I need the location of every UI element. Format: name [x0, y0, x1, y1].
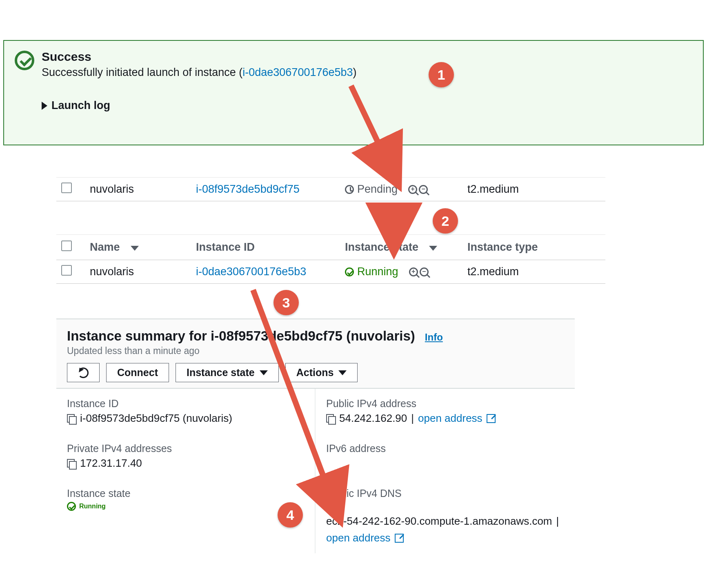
- instance-state-running: Running + −: [345, 265, 458, 278]
- instance-name: nuvolaris: [90, 265, 134, 278]
- open-address-link[interactable]: open address: [418, 412, 482, 425]
- annotation-callout-2: 2: [433, 208, 458, 234]
- field-value-instance-id: i-08f9573de5bd9cf75 (nuvolaris): [80, 412, 232, 425]
- instance-row-pending: nuvolaris i-08f9573de5bd9cf75 Pending + …: [56, 177, 605, 201]
- zoom-in-icon[interactable]: +: [408, 185, 417, 194]
- success-title: Success: [42, 50, 357, 64]
- zoom-out-icon[interactable]: −: [419, 185, 428, 194]
- summary-title: Instance summary for i-08f9573de5bd9cf75…: [67, 328, 415, 344]
- open-address-link[interactable]: open address: [326, 532, 391, 544]
- row-checkbox[interactable]: [61, 265, 72, 276]
- table-header-row: Name Instance ID Instance state Instance…: [56, 235, 605, 260]
- instance-id-link[interactable]: i-08f9573de5bd9cf75: [196, 183, 300, 195]
- sort-icon[interactable]: [131, 246, 139, 251]
- connect-button[interactable]: Connect: [106, 363, 169, 382]
- annotation-callout-4: 4: [278, 502, 303, 528]
- success-message: Successfully initiated launch of instanc…: [42, 66, 357, 79]
- annotation-callout-1: 1: [429, 62, 454, 87]
- instance-id-link[interactable]: i-0dae306700176e5b3: [196, 265, 306, 278]
- launch-log-label: Launch log: [51, 99, 110, 112]
- field-label-public-dns: Public IPv4 DNS: [326, 488, 564, 499]
- instance-name: nuvolaris: [90, 183, 134, 195]
- field-label-instance-state: Instance state: [67, 488, 304, 499]
- refresh-icon: [78, 368, 89, 378]
- copy-icon[interactable]: [67, 414, 76, 423]
- instance-state-button[interactable]: Instance state: [176, 363, 279, 382]
- field-value-instance-state: Running: [79, 503, 106, 510]
- annotation-callout-3: 3: [273, 290, 299, 315]
- launch-log-toggle[interactable]: Launch log: [42, 99, 692, 112]
- check-circle-icon: [345, 267, 354, 276]
- refresh-button[interactable]: [67, 363, 100, 382]
- actions-label: Actions: [296, 367, 334, 379]
- success-banner: Success Successfully initiated launch of…: [3, 40, 704, 145]
- field-label-private-ipv4: Private IPv4 addresses: [67, 443, 304, 454]
- field-label-public-ipv4: Public IPv4 address: [326, 398, 564, 410]
- instance-type: t2.medium: [467, 183, 519, 195]
- success-msg-prefix: Successfully initiated launch of instanc…: [42, 66, 242, 78]
- caret-down-icon: [260, 370, 268, 375]
- instance-state-pending: Pending + −: [345, 183, 458, 196]
- table-row[interactable]: nuvolaris i-08f9573de5bd9cf75 Pending + …: [56, 178, 605, 201]
- success-msg-suffix: ): [353, 66, 357, 78]
- instance-type: t2.medium: [467, 265, 519, 278]
- col-header-type[interactable]: Instance type: [467, 241, 538, 253]
- actions-button[interactable]: Actions: [285, 363, 358, 382]
- check-circle-icon: [67, 502, 76, 511]
- state-label: Pending: [357, 183, 398, 196]
- caret-down-icon: [338, 370, 347, 375]
- state-label: Running: [357, 265, 398, 278]
- table-row[interactable]: nuvolaris i-0dae306700176e5b3 Running + …: [56, 260, 605, 284]
- field-label-instance-id: Instance ID: [67, 398, 304, 410]
- launched-instance-link[interactable]: i-0dae306700176e5b3: [242, 66, 353, 78]
- external-link-icon[interactable]: [487, 414, 496, 423]
- expand-icon: [42, 102, 47, 110]
- row-checkbox[interactable]: [61, 183, 72, 193]
- zoom-out-icon[interactable]: −: [420, 267, 429, 276]
- field-value-private-ipv4: 172.31.17.40: [80, 457, 142, 470]
- external-link-icon[interactable]: [395, 534, 404, 543]
- col-header-state[interactable]: Instance state: [345, 241, 418, 253]
- sort-icon[interactable]: [429, 246, 437, 251]
- field-label-ipv6: IPv6 address: [326, 443, 564, 454]
- instances-table: Name Instance ID Instance state Instance…: [56, 234, 605, 284]
- summary-info-link[interactable]: Info: [425, 332, 443, 343]
- header-checkbox[interactable]: [61, 241, 72, 251]
- clock-icon: [345, 185, 354, 194]
- copy-icon[interactable]: [326, 414, 335, 423]
- copy-icon[interactable]: [67, 459, 76, 468]
- success-check-icon: [15, 51, 34, 70]
- col-header-instance-id[interactable]: Instance ID: [196, 241, 255, 253]
- instance-state-label: Instance state: [187, 367, 255, 379]
- field-value-public-dns: ec2-54-242-162-90.compute-1.amazonaws.co…: [326, 515, 552, 528]
- zoom-in-icon[interactable]: +: [409, 267, 418, 276]
- field-value-public-ipv4: 54.242.162.90: [339, 412, 407, 425]
- connect-label: Connect: [117, 367, 158, 379]
- copy-icon[interactable]: [326, 502, 335, 511]
- col-header-name[interactable]: Name: [90, 241, 120, 253]
- summary-subtitle: Updated less than a minute ago: [67, 345, 564, 356]
- instance-summary-panel: Instance summary for i-08f9573de5bd9cf75…: [56, 318, 575, 553]
